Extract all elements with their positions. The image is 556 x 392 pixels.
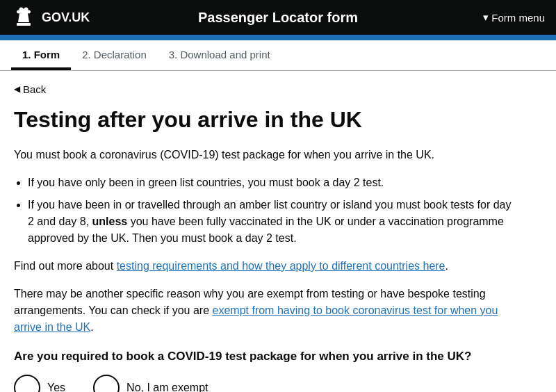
form-menu-button[interactable]: ▾ Form menu (483, 11, 545, 24)
tab-download[interactable]: 3. Download and print (158, 40, 281, 70)
yes-label: Yes (47, 382, 65, 392)
logo-text: GOV.UK (42, 10, 90, 25)
page-heading: Testing after you arrive in the UK (14, 106, 514, 133)
yes-radio-button[interactable] (14, 375, 40, 392)
question-label: Are you required to book a COVID-19 test… (14, 350, 514, 364)
no-radio-option[interactable]: No, I am exempt (93, 375, 208, 392)
dropdown-arrow-icon: ▾ (483, 11, 489, 24)
back-link[interactable]: ◀ Back (14, 83, 46, 95)
yes-radio-option[interactable]: Yes (14, 375, 65, 392)
back-arrow-icon: ◀ (14, 84, 20, 94)
no-label: No, I am exempt (126, 382, 208, 392)
no-radio-button[interactable] (93, 375, 120, 392)
find-out-paragraph: Find out more about testing requirements… (14, 258, 514, 275)
list-item: If you have only been in green list coun… (28, 174, 514, 191)
list-item: If you have been in or travelled through… (28, 197, 514, 247)
page-title: Passenger Locator form (198, 10, 358, 26)
crown-icon (11, 7, 36, 28)
site-header: GOV.UK Passenger Locator form ▾ Form men… (0, 0, 556, 35)
step-nav: 1. Form 2. Declaration 3. Download and p… (0, 40, 556, 71)
testing-requirements-link[interactable]: testing requirements and how they apply … (117, 260, 445, 272)
svg-rect-0 (17, 23, 31, 26)
tab-form[interactable]: 1. Form (11, 40, 71, 70)
unless-bold: unless (92, 215, 128, 227)
tab-declaration[interactable]: 2. Declaration (71, 40, 158, 70)
covid-test-radio-group: Yes No, I am exempt (14, 375, 514, 392)
exempt-paragraph: There may be another specific reason why… (14, 286, 514, 336)
intro-paragraph: You must book a coronavirus (COVID-19) t… (14, 147, 514, 163)
main-content: ◀ Back Testing after you arrive in the U… (0, 71, 528, 392)
blue-accent-bar (0, 35, 556, 40)
bullet-list: If you have only been in green list coun… (28, 174, 514, 247)
gov-logo[interactable]: GOV.UK (11, 7, 90, 28)
